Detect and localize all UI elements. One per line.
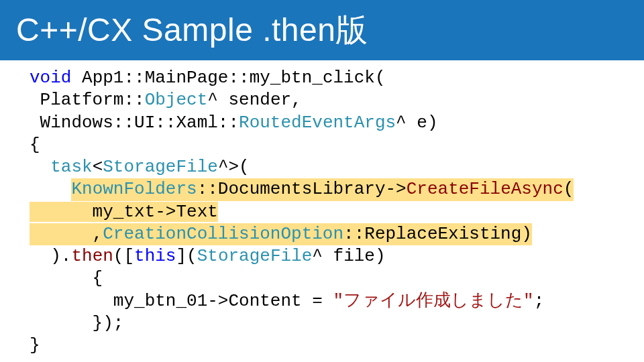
code-line: void App1::MainPage::my_btn_click( — [30, 67, 614, 89]
code-text: }); — [30, 313, 123, 333]
type-name: RoutedEventArgs — [239, 113, 396, 133]
code-line: task<StorageFile^>( — [30, 156, 614, 178]
code-text: my_btn_01->Content = — [30, 291, 333, 311]
code-text — [30, 179, 71, 199]
code-line: Windows::UI::Xaml::RoutedEventArgs^ e) — [30, 112, 614, 134]
code-text: ^ e) — [396, 113, 437, 133]
code-text: { — [30, 268, 103, 288]
code-text: { — [30, 135, 40, 155]
code-line: { — [30, 267, 614, 290]
slide: C++/CX Sample .then版 void App1::MainPage… — [0, 0, 644, 362]
type-name: StorageFile — [103, 157, 218, 177]
code-text: ; — [534, 291, 545, 311]
code-text: ). — [30, 246, 71, 266]
code-line-highlight: my_txt->Text — [30, 201, 614, 223]
code-text: ^ sender, — [207, 90, 301, 110]
code-text: ^ file) — [312, 246, 385, 266]
method-name: then — [71, 246, 113, 266]
type-name: task — [50, 157, 92, 177]
type-name: CreationCollisionOption — [103, 224, 343, 244]
code-text: ::ReplaceExisting) — [343, 224, 532, 244]
code-text: my_txt->Text — [30, 202, 218, 222]
code-text: ::DocumentsLibrary-> — [197, 179, 407, 199]
code-text: < — [93, 157, 103, 177]
code-text: ( — [564, 179, 574, 199]
type-name: StorageFile — [197, 246, 313, 266]
code-text: Platform:: — [30, 90, 145, 110]
string-literal: "ファイル作成しました" — [333, 291, 533, 311]
code-line: my_btn_01->Content = "ファイル作成しました"; — [30, 290, 614, 312]
type-name: KnownFolders — [71, 179, 197, 199]
code-line-highlight: ,CreationCollisionOption::ReplaceExistin… — [30, 223, 614, 245]
code-text: , — [30, 224, 103, 244]
keyword: void — [30, 68, 71, 88]
code-text: ^>( — [218, 157, 250, 177]
keyword: this — [134, 246, 176, 266]
title-bar: C++/CX Sample .then版 — [0, 0, 644, 60]
code-line: }); — [30, 312, 614, 335]
code-text — [30, 157, 50, 177]
code-text: App1::MainPage::my_btn_click( — [71, 68, 385, 88]
slide-title: C++/CX Sample .then版 — [16, 9, 368, 52]
code-text: Windows::UI::Xaml:: — [30, 113, 239, 133]
code-line: } — [30, 335, 614, 357]
code-line: Platform::Object^ sender, — [30, 89, 614, 111]
code-text: } — [30, 335, 40, 355]
code-line: ).then([this](StorageFile^ file) — [30, 245, 614, 267]
code-line: { — [30, 134, 614, 156]
code-line-highlight: KnownFolders::DocumentsLibrary->CreateFi… — [30, 178, 614, 200]
type-name: Object — [145, 90, 208, 110]
code-text: ]( — [176, 246, 197, 266]
code-text: ([ — [113, 246, 134, 266]
method-name: CreateFileAsync — [407, 179, 564, 199]
code-block: void App1::MainPage::my_btn_click( Platf… — [0, 60, 644, 357]
